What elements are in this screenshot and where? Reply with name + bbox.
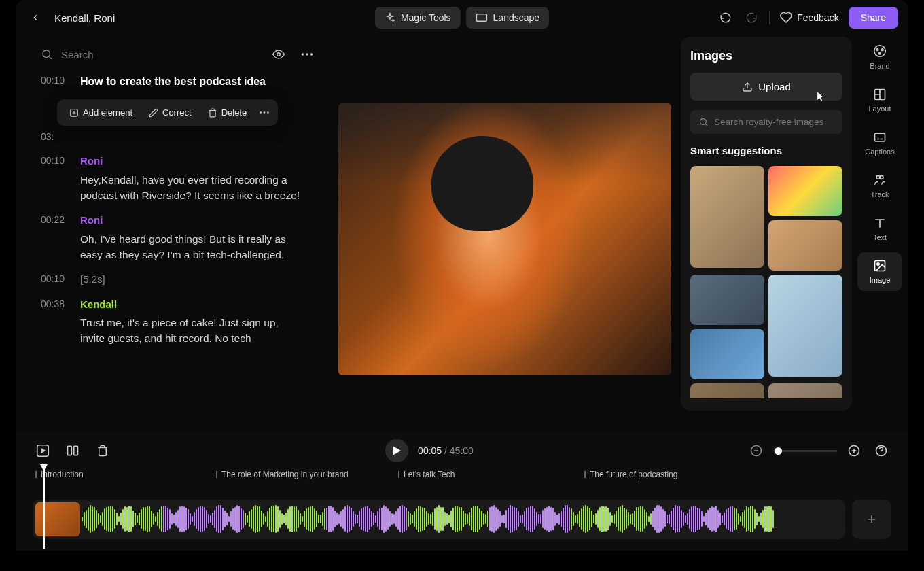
image-thumb[interactable]	[768, 166, 842, 216]
more-button[interactable]	[299, 46, 315, 63]
sidebar-layout[interactable]: Layout	[857, 81, 902, 120]
zoom-out-button[interactable]	[746, 440, 766, 461]
svg-point-4	[306, 53, 308, 55]
timestamp: 00:10	[41, 73, 71, 90]
project-title: Kendall, Roni	[54, 12, 115, 24]
image-thumb[interactable]	[690, 329, 764, 379]
delete-button[interactable]: Delete	[201, 103, 254, 122]
svg-point-5	[310, 53, 313, 55]
speaker-name: Roni	[80, 154, 304, 169]
image-grid	[690, 166, 842, 398]
zoom-in-button[interactable]	[844, 440, 864, 461]
transcript-segment[interactable]: 00:10 Roni Hey,Kendall, have you ever tr…	[41, 154, 329, 203]
svg-point-9	[267, 111, 269, 114]
svg-point-2	[277, 53, 281, 56]
track-thumbnail	[35, 502, 80, 536]
timeline-delete-button[interactable]	[92, 440, 113, 461]
chapter-markers: Introduction The role of Marketing in yo…	[16, 470, 908, 487]
right-sidebar: Brand Layout Captions Track Text Image	[857, 35, 908, 432]
segment-toolbar: Add element Correct Delete	[57, 99, 278, 126]
clip-button[interactable]	[33, 440, 53, 461]
svg-point-7	[260, 111, 262, 114]
timestamp: 00:10	[41, 272, 71, 288]
undo-button[interactable]	[717, 10, 734, 26]
cursor-icon	[813, 88, 826, 105]
chapter-marker[interactable]: The role of Marketing in your brand	[216, 470, 349, 479]
transcript-segment[interactable]: 00:22 Roni Oh, I've heard good things! B…	[41, 213, 329, 262]
suggestions-title: Smart suggestions	[690, 145, 842, 156]
time-display: 00:05 / 45:00	[418, 445, 474, 456]
image-search[interactable]	[690, 110, 842, 134]
chapter-marker[interactable]: Introduction	[35, 470, 84, 479]
toolbar-more-button[interactable]	[256, 103, 272, 122]
timestamp: 00:10	[41, 154, 71, 203]
svg-point-20	[877, 263, 879, 265]
transcript-panel: 00:10 How to create the best podcast ide…	[16, 35, 329, 432]
silence-label: [5.2s]	[80, 272, 105, 288]
image-thumb[interactable]	[690, 383, 764, 398]
svg-point-12	[876, 49, 878, 51]
play-button[interactable]	[385, 439, 408, 462]
sidebar-track[interactable]: Track	[857, 167, 902, 205]
image-thumb[interactable]	[690, 166, 764, 268]
aspect-label: Landscape	[493, 12, 540, 23]
back-button[interactable]	[26, 8, 45, 27]
video-preview[interactable]	[338, 103, 671, 375]
svg-point-13	[881, 49, 883, 51]
segment-title[interactable]: How to create the best podcast idea	[80, 73, 266, 90]
zoom-slider[interactable]	[773, 450, 837, 452]
image-thumb[interactable]	[768, 383, 842, 398]
image-thumb[interactable]	[768, 220, 842, 271]
svg-point-1	[43, 50, 50, 58]
svg-rect-23	[74, 446, 78, 455]
image-search-input[interactable]	[714, 117, 834, 127]
silence-segment[interactable]: 00:10 [5.2s]	[41, 272, 329, 288]
divider	[769, 11, 770, 24]
sidebar-image[interactable]: Image	[857, 252, 902, 291]
transcript-search-input[interactable]	[61, 49, 262, 60]
image-thumb[interactable]	[768, 275, 842, 377]
magic-tools-label: Magic Tools	[401, 12, 451, 23]
search-icon	[41, 48, 53, 60]
add-element-button[interactable]: Add element	[63, 103, 139, 122]
correct-button[interactable]: Correct	[142, 103, 198, 122]
svg-rect-0	[476, 14, 486, 22]
help-button[interactable]	[871, 440, 891, 461]
timestamp: 00:22	[41, 213, 71, 262]
magic-tools-button[interactable]: Magic Tools	[375, 7, 461, 29]
chapter-marker[interactable]: The future of podcasting	[584, 470, 677, 479]
transcript-text: Hey,Kendall, have you ever tried recordi…	[80, 172, 304, 204]
audio-track[interactable]	[33, 500, 845, 539]
transcript-segment[interactable]: 00:38 Kendall Trust me, it's a piece of …	[41, 297, 329, 347]
timestamp: 03:	[41, 130, 71, 144]
add-track-button[interactable]: +	[852, 500, 891, 539]
timestamp: 00:38	[41, 297, 71, 347]
feedback-button[interactable]: Feedback	[779, 11, 838, 24]
upload-button[interactable]: Upload	[690, 73, 842, 101]
redo-button[interactable]	[743, 10, 760, 26]
speaker-name: Roni	[80, 213, 304, 228]
panel-title: Images	[690, 49, 842, 63]
transcript-text: Oh, I've heard good things! But is it re…	[80, 231, 304, 263]
images-panel: Images Upload Smart suggestions	[681, 37, 852, 411]
visibility-button[interactable]	[270, 46, 287, 63]
split-button[interactable]	[63, 440, 83, 461]
playhead[interactable]	[43, 466, 45, 549]
sidebar-captions[interactable]: Captions	[857, 124, 902, 162]
chapter-marker[interactable]: Let's talk Tech	[398, 470, 455, 479]
image-thumb[interactable]	[690, 275, 764, 325]
share-button[interactable]: Share	[849, 7, 898, 29]
speaker-name: Kendall	[80, 297, 304, 313]
top-bar: Kendall, Roni Magic Tools Landscape Feed…	[16, 0, 908, 35]
aspect-button[interactable]: Landscape	[466, 7, 550, 29]
timeline-panel: 00:05 / 45:00 Introduction The role of M…	[16, 432, 908, 551]
svg-point-8	[264, 111, 266, 114]
feedback-label: Feedback	[797, 12, 838, 23]
waveform	[82, 504, 842, 534]
svg-point-10	[700, 119, 707, 125]
sidebar-text[interactable]: Text	[857, 209, 902, 248]
transcript-text: Trust me, it's a piece of cake! Just sig…	[80, 315, 304, 347]
svg-point-14	[879, 52, 881, 54]
upload-label: Upload	[758, 81, 791, 92]
sidebar-brand[interactable]: Brand	[857, 37, 902, 77]
